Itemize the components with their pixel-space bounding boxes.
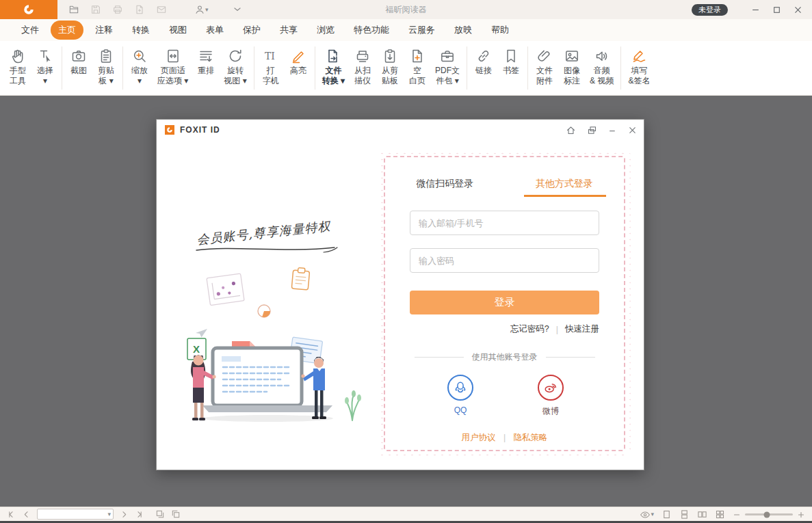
export-page-icon[interactable]	[134, 4, 145, 15]
ribbon-label: 书签	[503, 66, 519, 75]
login-button[interactable]: 登录	[410, 291, 599, 314]
ribbon-label: 从扫	[354, 66, 371, 75]
reading-mode-icon[interactable]: ▾	[640, 509, 654, 520]
dialog-minimize-button[interactable]	[608, 126, 617, 135]
tab-home[interactable]: 主页	[51, 21, 83, 40]
login-status-badge[interactable]: 未登录	[692, 4, 728, 16]
ribbon-typewriter[interactable]: TI 打 字机	[257, 41, 285, 95]
mail-icon[interactable]	[156, 4, 167, 15]
tab-file[interactable]: 文件	[14, 21, 47, 40]
zoom-slider-track[interactable]	[745, 513, 793, 515]
prev-view-icon[interactable]	[155, 509, 165, 519]
foxit-id-dialog: FOXIT ID 会员账号,尊享海量特权	[156, 119, 644, 470]
tab-view[interactable]: 视图	[161, 21, 194, 40]
ribbon-link[interactable]: 链接	[470, 41, 497, 95]
menu-tabs: 文件 主页 注释 转换 视图 表单 保护 共享 浏览 特色功能 云服务 放映 帮…	[0, 21, 516, 40]
ribbon-file-convert[interactable]: 文件 转换 ▾	[318, 41, 349, 95]
tab-share[interactable]: 共享	[272, 21, 305, 40]
tab-cloud-services[interactable]: 云服务	[401, 21, 443, 40]
page-number-box[interactable]: ▾	[37, 509, 114, 520]
forgot-password-link[interactable]: 忘记密码?	[510, 323, 549, 335]
quad-view-icon[interactable]	[715, 509, 725, 520]
link-icon	[475, 47, 492, 65]
continuous-view-icon[interactable]	[679, 509, 690, 520]
login-illustration: X PDF	[167, 262, 382, 433]
dialog-close-button[interactable]	[628, 126, 637, 135]
weibo-icon[interactable]	[538, 375, 564, 401]
ribbon-bookmark[interactable]: 书签	[497, 41, 525, 95]
prev-page-icon[interactable]	[22, 510, 31, 519]
ribbon-zoom[interactable]: 缩放 ▾	[126, 41, 153, 95]
first-page-icon[interactable]	[7, 510, 16, 519]
svg-text:TI: TI	[265, 51, 275, 62]
convert-icon	[325, 47, 341, 65]
ribbon-rotate-view[interactable]: 旋转 视图 ▾	[220, 41, 250, 95]
divider-text: 使用其他账号登录	[472, 351, 538, 363]
blank-page-icon	[409, 47, 425, 65]
minimize-button[interactable]	[751, 5, 760, 14]
ribbon-audio-video[interactable]: 音频 & 视频	[586, 41, 618, 95]
zoom-slider-thumb[interactable]	[763, 511, 770, 518]
customize-toolbar-icon[interactable]	[232, 4, 243, 15]
user-agreement-link[interactable]: 用户协议	[461, 433, 495, 442]
zoom-in-icon[interactable]	[797, 511, 805, 519]
maximize-button[interactable]	[772, 5, 781, 14]
close-button[interactable]	[794, 5, 802, 14]
ribbon-highlight[interactable]: 高亮	[285, 41, 312, 95]
ribbon-divider	[467, 46, 467, 90]
next-view-icon[interactable]	[171, 509, 181, 519]
single-page-view-icon[interactable]	[662, 509, 672, 520]
ribbon-label: 工具	[10, 76, 26, 85]
email-field[interactable]	[410, 211, 599, 235]
weibo-login[interactable]: 微博	[537, 375, 564, 417]
ribbon-pdf-portfolio[interactable]: PDF文 件包 ▾	[431, 41, 464, 95]
tab-form[interactable]: 表单	[198, 21, 231, 40]
windows-icon[interactable]	[587, 125, 597, 135]
tab-other-login[interactable]: 其他方式登录	[505, 178, 625, 190]
ribbon-select-tool[interactable]: 选择 ▾	[31, 41, 59, 95]
qq-login[interactable]: QQ	[447, 375, 474, 415]
ribbon-clipboard[interactable]: 剪贴 板 ▾	[92, 41, 120, 95]
tab-browse[interactable]: 浏览	[309, 21, 342, 40]
tab-protect[interactable]: 保护	[235, 21, 268, 40]
ribbon-label: 空	[413, 66, 421, 75]
ribbon-from-scanner[interactable]: 从扫 描仪	[349, 41, 376, 95]
tab-help[interactable]: 帮助	[484, 21, 516, 40]
page-number-input[interactable]	[40, 510, 107, 518]
tab-comment[interactable]: 注释	[88, 21, 120, 40]
tab-wechat-login[interactable]: 微信扫码登录	[385, 178, 505, 190]
tab-slideshow[interactable]: 放映	[447, 21, 480, 40]
bookmark-icon	[503, 47, 519, 65]
zoom-out-icon[interactable]	[733, 511, 741, 519]
divider-line	[546, 357, 595, 358]
privacy-policy-link[interactable]: 隐私策略	[514, 433, 548, 442]
ribbon-snapshot[interactable]: 截图	[65, 41, 92, 95]
facing-view-icon[interactable]	[697, 509, 707, 520]
ribbon-hand-tool[interactable]: 手型 工具	[4, 41, 31, 95]
select-text-icon	[37, 47, 53, 65]
ribbon-blank-page[interactable]: 空 白页	[404, 41, 431, 95]
last-page-icon[interactable]	[135, 510, 144, 519]
quick-register-link[interactable]: 快速注册	[565, 323, 599, 335]
open-file-icon[interactable]	[68, 4, 79, 15]
qq-icon[interactable]	[447, 375, 473, 401]
account-icon[interactable]: ▾	[194, 4, 209, 15]
ribbon-image-annotation[interactable]: 图像 标注	[558, 41, 586, 95]
clipboard-paste-icon	[382, 47, 398, 65]
save-icon[interactable]	[90, 4, 101, 15]
ribbon-fit-options[interactable]: 页面适 应选项 ▾	[153, 41, 192, 95]
ribbon-label: 附件	[536, 76, 553, 85]
home-icon[interactable]	[566, 125, 576, 135]
password-field[interactable]	[410, 248, 599, 273]
caret-down-icon: ▾	[107, 511, 111, 518]
ribbon-label: 从剪	[382, 66, 398, 75]
ribbon-fill-sign[interactable]: 填写 &签名	[624, 41, 654, 95]
next-page-icon[interactable]	[120, 510, 129, 519]
ribbon-label: 图像	[564, 66, 580, 75]
tab-features[interactable]: 特色功能	[346, 21, 397, 40]
ribbon-from-clipboard[interactable]: 从剪 贴板	[376, 41, 404, 95]
ribbon-file-attachment[interactable]: 文件 附件	[531, 41, 558, 95]
tab-convert[interactable]: 转换	[125, 21, 157, 40]
ribbon-reflow[interactable]: 重排	[192, 41, 220, 95]
print-icon[interactable]	[112, 4, 123, 15]
